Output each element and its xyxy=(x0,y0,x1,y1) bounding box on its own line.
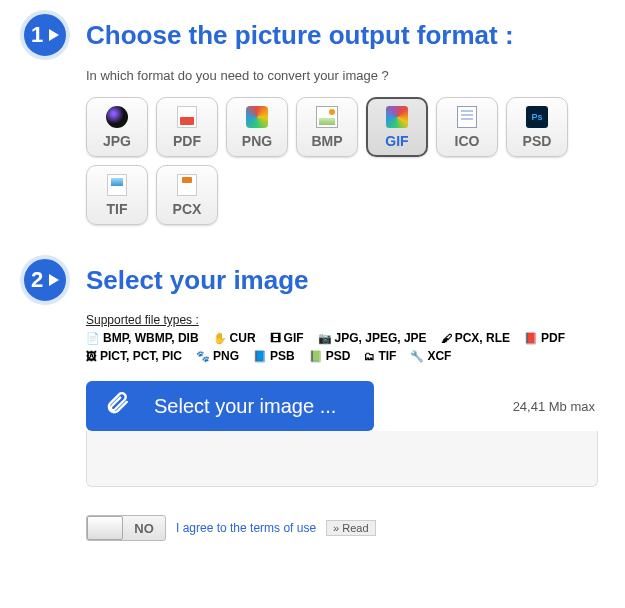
format-label: GIF xyxy=(385,133,408,149)
format-option-png[interactable]: PNG xyxy=(226,97,288,157)
format-label: TIF xyxy=(107,201,128,217)
select-image-button[interactable]: Select your image ... xyxy=(86,381,374,431)
format-option-gif[interactable]: GIF xyxy=(366,97,428,157)
format-option-tif[interactable]: TIF xyxy=(86,165,148,225)
filetype-icon: 🎞 xyxy=(270,332,281,344)
terms-toggle[interactable]: NO xyxy=(86,515,166,541)
bmp-icon xyxy=(315,105,339,129)
step-1-number: 1 xyxy=(31,22,43,48)
png-icon xyxy=(245,105,269,129)
step-1: 1 Choose the picture output format : In … xyxy=(20,10,605,225)
format-label: JPG xyxy=(103,133,131,149)
format-label: BMP xyxy=(311,133,342,149)
step-1-badge: 1 xyxy=(20,10,70,60)
pcx-icon xyxy=(175,173,199,197)
tif-icon xyxy=(105,173,129,197)
step-2-badge: 2 xyxy=(20,255,70,305)
format-label: PCX xyxy=(173,201,202,217)
supported-type: 🖌 PCX, RLE xyxy=(441,331,510,345)
format-option-pdf[interactable]: PDF xyxy=(156,97,218,157)
step-2: 2 Select your image Supported file types… xyxy=(20,255,605,541)
jpg-icon xyxy=(105,105,129,129)
supported-types-list: 📄 BMP, WBMP, DIB✋ CUR🎞 GIF📷 JPG, JPEG, J… xyxy=(86,331,586,363)
format-label: PNG xyxy=(242,133,272,149)
play-icon xyxy=(49,274,59,286)
filetype-icon: 🐾 xyxy=(196,350,210,363)
supported-type: 🖼 PICT, PCT, PIC xyxy=(86,349,182,363)
filetype-icon: 🖼 xyxy=(86,350,97,362)
ico-icon xyxy=(455,105,479,129)
filetype-icon: 📘 xyxy=(253,350,267,363)
toggle-state-label: NO xyxy=(123,521,165,536)
supported-type: 🎞 GIF xyxy=(270,331,304,345)
toggle-knob xyxy=(87,516,123,540)
format-option-psd[interactable]: PsPSD xyxy=(506,97,568,157)
filetype-icon: 📄 xyxy=(86,332,100,345)
filetype-icon: 🖌 xyxy=(441,332,452,344)
supported-type: 📕 PDF xyxy=(524,331,565,345)
supported-type: 🔧 XCF xyxy=(410,349,451,363)
step-2-title: Select your image xyxy=(86,265,309,296)
supported-types-title: Supported file types : xyxy=(86,313,605,327)
filetype-icon: 📗 xyxy=(309,350,323,363)
terms-link[interactable]: I agree to the terms of use xyxy=(176,521,316,535)
format-label: PSD xyxy=(523,133,552,149)
psd-icon: Ps xyxy=(525,105,549,129)
max-size-label: 24,41 Mb max xyxy=(513,399,595,414)
supported-type: 📘 PSB xyxy=(253,349,295,363)
format-label: ICO xyxy=(455,133,480,149)
filetype-icon: ✋ xyxy=(213,332,227,345)
supported-type: 📗 PSD xyxy=(309,349,351,363)
supported-type: 🗂 TIF xyxy=(364,349,396,363)
format-option-jpg[interactable]: JPG xyxy=(86,97,148,157)
format-option-ico[interactable]: ICO xyxy=(436,97,498,157)
step-2-number: 2 xyxy=(31,267,43,293)
filetype-icon: 🗂 xyxy=(364,350,375,362)
filetype-icon: 📷 xyxy=(318,332,332,345)
pdf-icon xyxy=(175,105,199,129)
read-terms-button[interactable]: » Read xyxy=(326,520,375,536)
supported-type: 📄 BMP, WBMP, DIB xyxy=(86,331,199,345)
format-option-pcx[interactable]: PCX xyxy=(156,165,218,225)
gif-icon xyxy=(385,105,409,129)
format-option-bmp[interactable]: BMP xyxy=(296,97,358,157)
play-icon xyxy=(49,29,59,41)
supported-type: ✋ CUR xyxy=(213,331,256,345)
format-label: PDF xyxy=(173,133,201,149)
supported-type: 🐾 PNG xyxy=(196,349,239,363)
format-list: JPGPDFPNGBMPGIFICOPsPSDTIFPCX xyxy=(86,97,605,225)
filetype-icon: 📕 xyxy=(524,332,538,345)
step-1-title: Choose the picture output format : xyxy=(86,20,514,51)
filetype-icon: 🔧 xyxy=(410,350,424,363)
select-image-label: Select your image ... xyxy=(154,395,336,418)
step-1-subtitle: In which format do you need to convert y… xyxy=(86,68,605,83)
paperclip-icon xyxy=(104,390,130,422)
upload-dropzone[interactable] xyxy=(86,431,598,487)
supported-type: 📷 JPG, JPEG, JPE xyxy=(318,331,427,345)
